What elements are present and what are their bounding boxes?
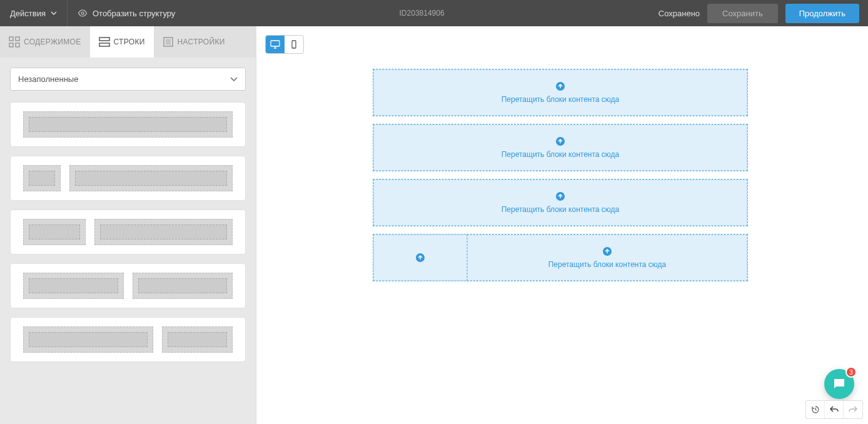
mobile-view-button[interactable] [285,36,303,53]
history-icon [810,405,820,415]
chat-widget[interactable]: 3 [824,369,854,399]
svg-rect-2 [9,43,13,47]
save-button[interactable]: Сохранить [707,4,778,23]
tab-rows[interactable]: СТРОКИ [90,26,154,58]
arrow-up-circle-icon [415,253,425,263]
settings-icon [163,36,174,48]
main-area: СОДЕРЖИМОЕ СТРОКИ НАСТРОЙКИ Незаполненны… [0,26,868,424]
tab-settings-label: НАСТРОЙКИ [178,38,225,46]
actions-dropdown[interactable]: Действия [0,0,68,26]
saved-status: Сохранено [659,9,700,18]
tab-content-label: СОДЕРЖИМОЕ [24,38,81,46]
dropzone-row[interactable]: Перетащить блоки контента сюда [373,69,748,116]
dropzone-cell[interactable]: Перетащить блоки контента сюда [373,69,747,116]
redo-icon [848,405,858,415]
sidebar-content: Незаполненные [0,58,256,424]
dropzone-text: Перетащить блоки контента сюда [502,205,620,214]
continue-button[interactable]: Продолжить [785,4,859,23]
row-layout-2col-narrow[interactable] [10,209,246,255]
grid-icon [9,36,20,48]
sidebar-tabs: СОДЕРЖИМОЕ СТРОКИ НАСТРОЙКИ [0,26,256,58]
dropzone-cell[interactable]: Перетащить блоки контента сюда [373,124,747,171]
undo-icon [829,405,839,415]
row-layout-2col-equal[interactable] [10,263,246,308]
svg-rect-5 [99,43,109,46]
tab-settings[interactable]: НАСТРОЙКИ [154,26,234,58]
dropdown-selected: Незаполненные [18,74,78,84]
header-right: Сохранено Сохранить Продолжить [659,4,868,23]
undo-button[interactable] [825,401,844,418]
dropzone-text: Перетащить блоки контента сюда [548,260,667,269]
dropzone-text: Перетащить блоки контента сюда [502,95,620,104]
row-layout-1-3[interactable] [10,156,246,201]
canvas-area: Перетащить блоки контента сюда Перетащит… [256,26,868,424]
sidebar: СОДЕРЖИМОЕ СТРОКИ НАСТРОЙКИ Незаполненны… [0,26,256,424]
mobile-icon [289,40,299,49]
chevron-down-icon [51,11,57,15]
canvas-rows: Перетащить блоки контента сюда Перетащит… [373,69,748,281]
chat-icon [832,376,847,391]
redo-button[interactable] [844,401,862,418]
actions-label: Действия [10,9,46,18]
dropzone-row-split[interactable]: Перетащить блоки контента сюда [373,234,748,281]
dropzone-cell[interactable]: Перетащить блоки контента сюда [373,179,747,226]
header-left: Действия Отобразить структуру [0,0,185,26]
svg-rect-10 [271,41,280,46]
desktop-icon [270,40,280,49]
history-controls [805,400,863,419]
tab-content[interactable]: СОДЕРЖИМОЕ [0,26,90,58]
arrow-up-circle-icon [555,191,565,201]
svg-rect-0 [9,37,13,41]
document-id: ID203814906 [185,9,658,18]
dropzone-row[interactable]: Перетащить блоки контента сюда [373,179,748,226]
rows-icon [99,36,110,48]
arrow-up-circle-icon [555,81,565,91]
top-header: Действия Отобразить структуру ID20381490… [0,0,868,26]
dropzone-cell-narrow[interactable] [373,235,467,281]
svg-rect-1 [16,37,19,41]
row-layout-1col[interactable] [10,102,246,147]
device-toggle [265,35,304,54]
svg-rect-3 [16,43,19,47]
desktop-view-button[interactable] [266,36,285,53]
chevron-down-icon [230,77,238,82]
svg-rect-4 [99,38,109,41]
show-structure-button[interactable]: Отобразить структуру [68,8,185,18]
dropzone-text: Перетащить блоки контента сюда [502,150,620,159]
structure-label: Отобразить структуру [93,9,175,18]
eye-icon [78,8,88,18]
chat-badge: 3 [845,366,857,378]
history-button[interactable] [806,401,825,418]
row-filter-dropdown[interactable]: Незаполненные [10,68,246,91]
arrow-up-circle-icon [555,136,565,146]
svg-point-14 [293,46,294,47]
dropzone-cell[interactable]: Перетащить блоки контента сюда [467,235,747,281]
row-layout-2-1[interactable] [10,317,246,362]
arrow-up-circle-icon [602,246,612,256]
tab-rows-label: СТРОКИ [114,38,145,46]
dropzone-row[interactable]: Перетащить блоки контента сюда [373,124,748,171]
